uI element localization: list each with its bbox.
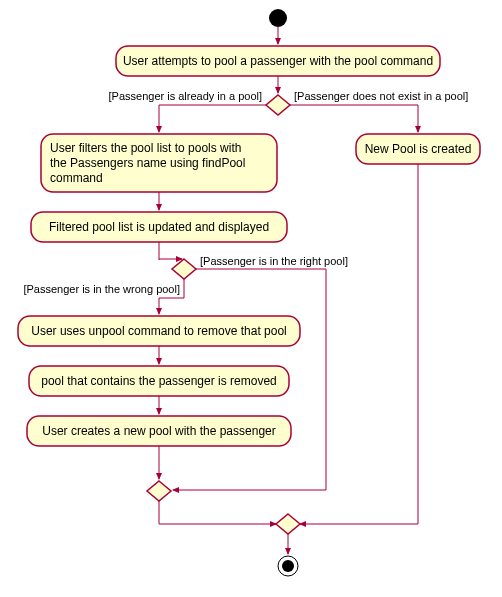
- activity-label: User creates a new pool with the passeng…: [42, 424, 275, 438]
- merge-2: [276, 514, 300, 534]
- activity-label: User attempts to pool a passenger with t…: [123, 54, 433, 68]
- edge: [290, 105, 418, 132]
- edge: [159, 501, 276, 524]
- activity-label: Filtered pool list is updated and displa…: [49, 220, 269, 234]
- merge-1: [147, 481, 171, 501]
- activity-label: User filters the pool list to pools with: [50, 141, 241, 155]
- guard-not-exist: [Passenger does not exist in a pool]: [294, 90, 468, 102]
- activity-label: the Passengers name using findPool: [50, 156, 245, 170]
- activity-diagram: User attempts to pool a passenger with t…: [0, 0, 502, 597]
- activity-label: User uses unpool command to remove that …: [31, 324, 286, 338]
- decision-right-pool: [172, 259, 196, 279]
- activity-label: New Pool is created: [365, 142, 472, 156]
- guard-already-in: [Passenger is already in a pool]: [109, 90, 262, 102]
- activity-label: command: [50, 171, 103, 185]
- guard-wrong-pool: [Passenger is in the wrong pool]: [23, 283, 180, 295]
- edge: [300, 164, 418, 524]
- activity-label: pool that contains the passenger is remo…: [41, 374, 276, 388]
- end-node-inner: [282, 560, 294, 572]
- guard-right-pool: [Passenger is in the right pool]: [200, 255, 348, 267]
- edge: [159, 105, 266, 132]
- decision-pool-exists: [266, 95, 290, 115]
- start-node: [269, 9, 287, 27]
